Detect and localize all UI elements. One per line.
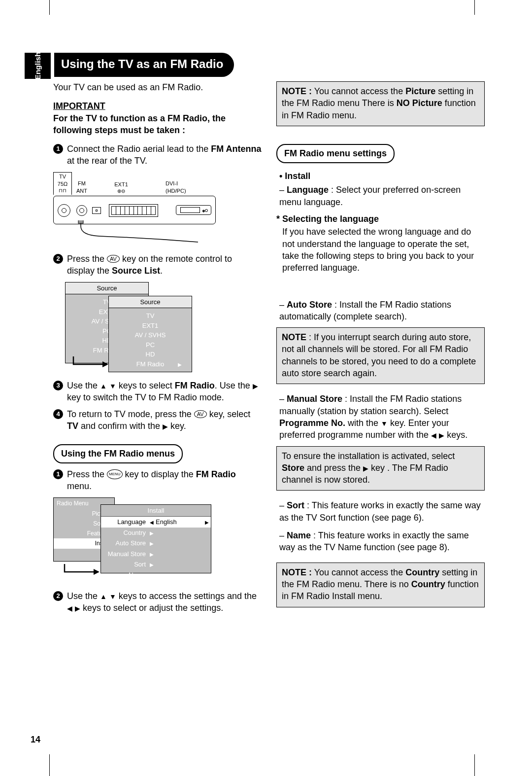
menu-header: Source: [109, 296, 192, 309]
menu-item: HD: [146, 351, 155, 358]
t: FM Radio: [175, 381, 215, 390]
t: NO Picture: [397, 98, 442, 108]
left-column: Your TV can be used as an FM Radio. IMPO…: [53, 81, 262, 619]
lbl-dvi: DVI-I: [166, 180, 195, 187]
language-tab-label: English: [33, 52, 43, 80]
install-menu-front: Install Language◀English▶ Country▶ Auto …: [100, 504, 211, 573]
t: key.: [168, 421, 186, 431]
menu-item: EXT1: [142, 322, 159, 329]
step-text: Press the MENU key to display the FM Rad…: [67, 468, 262, 493]
menu-item: Country: [101, 529, 148, 537]
t: and confirm with the: [78, 421, 163, 431]
up-arrow-icon: ▲: [100, 592, 107, 600]
lbl-tv: TV: [54, 173, 71, 180]
left-arrow-icon: ◀: [431, 431, 436, 439]
note-box: NOTE : You cannot access the Country set…: [276, 563, 485, 607]
t: Manual Store: [287, 394, 342, 404]
lbl-fm: FM: [72, 180, 92, 187]
crop-mark: [49, 0, 50, 15]
rear-panel-diagram: TV 75Ω ⊓⊓ FM ANT EXT1 ⊕⊖ DVI-I (HD/PC): [53, 172, 216, 243]
t: Store: [282, 463, 304, 473]
menu-item: Name: [101, 571, 148, 580]
t: at the rear of the TV.: [67, 156, 147, 166]
note-box: NOTE : If you interrupt search during au…: [276, 327, 485, 384]
t: You cannot access the: [312, 86, 405, 96]
page-title: Using the TV as an FM Radio: [54, 53, 234, 77]
t: keys to select or adjust the settings.: [80, 603, 223, 613]
t: FM Antenna: [211, 144, 261, 154]
t: NOTE :: [282, 86, 312, 96]
t: : If you interrupt search during auto st…: [282, 332, 476, 378]
t: Use the: [67, 591, 100, 601]
av-button-icon: AV: [194, 410, 207, 418]
menu-item: PC: [146, 341, 155, 349]
t: key to switch the TV to FM Radio mode.: [67, 392, 224, 402]
right-column: NOTE : You cannot access the Picture set…: [276, 81, 485, 619]
scart-port-icon: [109, 204, 158, 217]
crop-mark: [474, 0, 475, 15]
step-number-icon: 1: [53, 469, 63, 479]
t: You cannot access the: [312, 567, 405, 577]
page-number: 14: [31, 734, 40, 745]
t: Press the: [67, 469, 107, 479]
install-menu-diagram: Radio Menu Picture Sound Features Instal…: [53, 497, 216, 581]
lbl-dvi-sub: (HD/PC): [166, 187, 195, 195]
antenna-cable-icon: [53, 223, 216, 243]
section-heading: Using the FM Radio menus: [53, 444, 183, 463]
t: keys to access the settings and the: [116, 591, 257, 601]
sort-desc: – Sort : This feature works in exactly t…: [279, 499, 485, 524]
t: Language: [287, 185, 329, 195]
important-text: For the TV to function as a FM Radio, th…: [53, 112, 262, 137]
right-arrow-icon: ▶: [363, 464, 368, 472]
step-text: Connect the Radio aerial lead to the FM …: [67, 143, 262, 167]
t: Source List: [112, 266, 160, 276]
step-4: 4 To return to TV mode, press the AV key…: [53, 408, 262, 432]
step-b1: 1 Press the MENU key to display the FM R…: [53, 468, 262, 493]
source-menu-diagram: Source TV▶ EXT1 AV / SVHS PC HD FM Radio…: [65, 282, 193, 371]
t: Connect the Radio aerial lead to the: [67, 144, 211, 154]
up-arrow-icon: ▲: [100, 382, 107, 389]
step-text: Use the ▲ ▼ keys to access the settings …: [67, 590, 262, 614]
step-number-icon: 1: [53, 144, 63, 154]
important-label: IMPORTANT: [53, 100, 262, 112]
dvi-port-icon: ✱: [176, 205, 211, 215]
language-desc: – Language : Select your preferred on-sc…: [279, 184, 485, 208]
tv-antenna-port-icon: [58, 204, 70, 217]
selecting-language-heading: * Selecting the language: [276, 213, 485, 225]
port-icon: [92, 207, 101, 214]
section-heading: FM Radio menu settings: [276, 144, 395, 163]
lbl-ant: ANT: [72, 187, 92, 195]
t: keys.: [444, 430, 467, 440]
lbl-ohm: 75Ω: [54, 180, 71, 188]
menu-header: Install: [101, 505, 211, 517]
t: Name: [287, 530, 311, 540]
t: TV: [67, 421, 78, 431]
t: Sort: [287, 500, 304, 510]
step-number-icon: 3: [53, 381, 63, 390]
install-heading: • Install: [279, 170, 485, 182]
t: To ensure the installation is activated,…: [282, 451, 455, 461]
step-text: Press the AV key on the remote control t…: [67, 253, 262, 277]
step-text: To return to TV mode, press the AV key, …: [67, 408, 262, 432]
left-arrow-icon: ◀: [67, 604, 72, 612]
t: : This feature works in exactly the same…: [279, 500, 481, 522]
t: . Use the: [215, 381, 253, 390]
av-button-icon: AV: [107, 255, 120, 263]
t: Programme No.: [279, 418, 345, 428]
t: keys to select: [116, 381, 175, 390]
step-b2: 2 Use the ▲ ▼ keys to access the setting…: [53, 590, 262, 614]
name-desc: – Name : This feature works in exactly t…: [279, 529, 485, 554]
menu-item: FM Radio: [136, 360, 164, 368]
t: Country: [411, 579, 445, 589]
t: FM Radio: [196, 469, 236, 479]
menu-item: Manual Store: [101, 550, 148, 559]
t: .: [160, 266, 163, 276]
menu-item: TV: [146, 312, 155, 319]
t: To return to TV mode, press the: [67, 409, 194, 419]
selecting-language-text: If you have selected the wrong language …: [282, 226, 485, 274]
step-number-icon: 2: [53, 591, 63, 601]
down-arrow-icon: ▼: [381, 420, 388, 427]
t: Press the: [67, 254, 107, 264]
t: Country: [405, 567, 439, 577]
crop-mark: [49, 754, 50, 776]
